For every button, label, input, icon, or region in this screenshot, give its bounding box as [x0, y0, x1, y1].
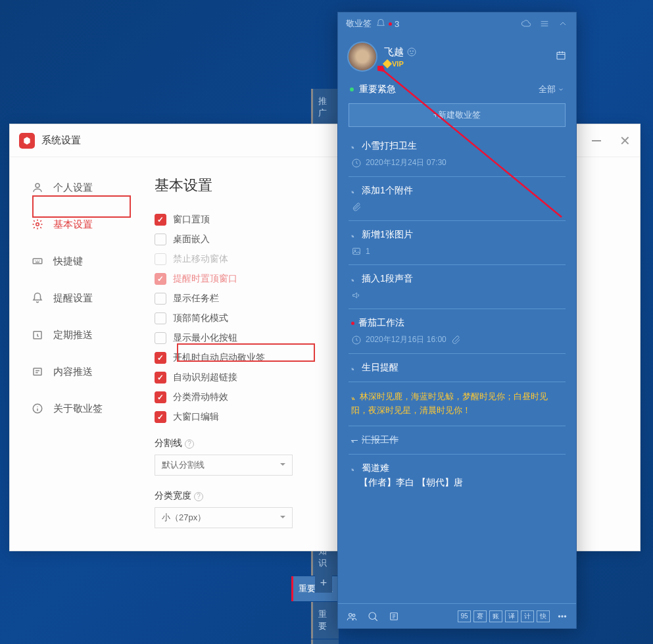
more-icon[interactable] — [556, 610, 568, 622]
split-line-select[interactable]: 默认分割线 — [155, 455, 293, 476]
note-list: 〟小雪打扫卫生 2020年12月24日 07:30 〟添加1个附件 〟新增1张图… — [338, 132, 576, 497]
note-title: 生日提醒 — [362, 362, 399, 374]
checkbox-icon[interactable] — [155, 214, 166, 226]
help-icon[interactable]: ? — [185, 439, 194, 449]
checkbox-icon — [155, 253, 166, 265]
check-label: 开机时自动启动敬业签 — [173, 352, 265, 364]
badge-yi[interactable]: 译 — [505, 610, 518, 622]
note-item[interactable]: 〟汇报工作 — [349, 426, 566, 455]
quote-icon: 〟 — [351, 141, 358, 151]
close-button[interactable]: ✕ — [619, 133, 631, 149]
search-icon[interactable] — [367, 610, 379, 622]
check-label: 禁止移动窗体 — [173, 253, 228, 265]
filter-all-button[interactable]: 全部 — [539, 84, 564, 95]
sidebar-item-profile[interactable]: 个人设置 — [10, 169, 148, 206]
list-icon[interactable] — [388, 610, 400, 622]
quote-icon: 〟 — [351, 363, 358, 372]
sidebar-label: 内容推送 — [53, 366, 93, 378]
svg-rect-11 — [353, 248, 360, 254]
checkbox-icon[interactable] — [155, 372, 166, 384]
width-select[interactable]: 小（27px） — [155, 507, 293, 528]
sidebar-item-reminder[interactable]: 提醒设置 — [10, 280, 148, 316]
clock-icon — [31, 328, 44, 341]
contacts-icon[interactable] — [346, 610, 358, 622]
chevron-down-icon — [558, 86, 564, 93]
note-item[interactable]: 番茄工作法 2020年12月16日 16:00 — [349, 309, 566, 354]
note-item[interactable]: 〟小雪打扫卫生 2020年12月24日 07:30 — [349, 132, 566, 177]
checkbox-icon[interactable] — [155, 273, 166, 285]
checkbox-icon[interactable] — [155, 293, 166, 305]
note-item[interactable]: 〟生日提醒 — [349, 354, 566, 382]
svg-point-8 — [412, 51, 413, 51]
sidebar-item-schedule[interactable]: 定期推送 — [10, 316, 148, 353]
badge-95[interactable]: 95 — [458, 610, 471, 622]
sidebar-item-basic[interactable]: 基本设置 — [10, 206, 148, 243]
settings-title: 系统设置 — [41, 134, 81, 147]
sidebar-item-content[interactable]: 内容推送 — [10, 353, 148, 390]
svg-point-0 — [36, 184, 39, 187]
add-category-button[interactable]: + — [315, 574, 332, 593]
note-title: 蜀道难 — [362, 462, 389, 474]
checkbox-icon[interactable] — [155, 352, 166, 364]
note-item[interactable]: 〟林深时见鹿，海蓝时见鲸，梦醒时见你；白昼时见阳，夜深时见星，清晨时见你！ — [349, 382, 566, 426]
bell-icon — [31, 291, 44, 305]
clock-icon — [351, 158, 362, 168]
badge-zhang[interactable]: 账 — [489, 610, 502, 622]
checkbox-icon[interactable] — [155, 234, 166, 245]
checkbox-icon[interactable] — [155, 332, 166, 344]
svg-rect-9 — [557, 53, 565, 60]
svg-point-6 — [408, 48, 416, 56]
sidebar-item-about[interactable]: 关于敬业签 — [10, 390, 148, 427]
note-subtitle: 【作者】李白 【朝代】唐 — [359, 477, 463, 489]
note-item[interactable]: 〟添加1个附件 — [349, 177, 566, 221]
bg-tab[interactable]: 重要 — [311, 602, 339, 639]
svg-point-1 — [36, 223, 39, 226]
sound-icon — [351, 290, 362, 301]
red-dot-icon — [351, 322, 354, 325]
collapse-icon[interactable] — [558, 18, 568, 29]
minimize-button[interactable] — [592, 133, 601, 149]
badge-kuai[interactable]: 快 — [537, 610, 550, 622]
category-name: 重要紧急 — [359, 84, 396, 95]
status-dot-icon — [350, 87, 354, 91]
checkbox-icon[interactable] — [155, 312, 166, 324]
note-item[interactable]: 〟蜀道难 【作者】李白 【朝代】唐 — [349, 455, 566, 497]
help-icon[interactable]: ? — [194, 492, 203, 501]
sidebar-label: 快捷键 — [53, 255, 83, 268]
note-item[interactable]: 〟插入1段声音 — [349, 265, 566, 309]
quote-icon: 〟 — [351, 186, 358, 195]
badge-ji[interactable]: 计 — [521, 610, 534, 622]
checkbox-icon[interactable] — [155, 411, 166, 423]
note-meta: 2020年12月24日 07:30 — [366, 157, 447, 168]
note-meta: 1 — [366, 247, 370, 256]
sidebar-item-hotkey[interactable]: 快捷键 — [10, 243, 148, 280]
app-header: 敬业签 3 — [338, 12, 576, 35]
svg-point-18 — [558, 615, 560, 616]
svg-point-20 — [564, 615, 566, 616]
user-name: 飞越 — [384, 46, 417, 59]
bg-tab[interactable]: 推广 — [311, 89, 339, 126]
note-item[interactable]: 〟新增1张图片 1 — [349, 221, 566, 265]
check-label: 桌面嵌入 — [173, 234, 210, 245]
new-note-button[interactable]: +新建敬业签 — [349, 103, 566, 127]
calendar-button[interactable] — [555, 49, 567, 64]
quote-icon: 〟 — [351, 435, 358, 445]
note-title: 插入1段声音 — [362, 273, 413, 285]
menu-icon[interactable] — [539, 18, 550, 29]
badge-sai[interactable]: 赛 — [473, 610, 487, 622]
checkbox-icon[interactable] — [155, 391, 166, 403]
notification-badge[interactable]: 3 — [375, 18, 399, 29]
cloud-sync-icon[interactable] — [521, 18, 531, 29]
svg-point-7 — [410, 51, 410, 51]
check-label: 显示任务栏 — [173, 293, 219, 305]
sticky-app-window: 敬业签 3 飞越 VIP 重要紧急 全部 +新建敬业签 〟小雪打扫卫生 2020… — [337, 12, 577, 629]
bg-tab[interactable]: 紧急 — [311, 639, 339, 644]
check-label: 显示最小化按钮 — [173, 332, 237, 344]
badge-count: 3 — [395, 19, 399, 29]
app-logo-icon — [19, 133, 35, 149]
sidebar-label: 关于敬业签 — [53, 403, 103, 415]
app-brand: 敬业签 — [346, 18, 372, 30]
check-label: 顶部简化模式 — [173, 312, 228, 324]
avatar[interactable] — [347, 41, 377, 72]
note-title: 小雪打扫卫生 — [362, 140, 417, 152]
